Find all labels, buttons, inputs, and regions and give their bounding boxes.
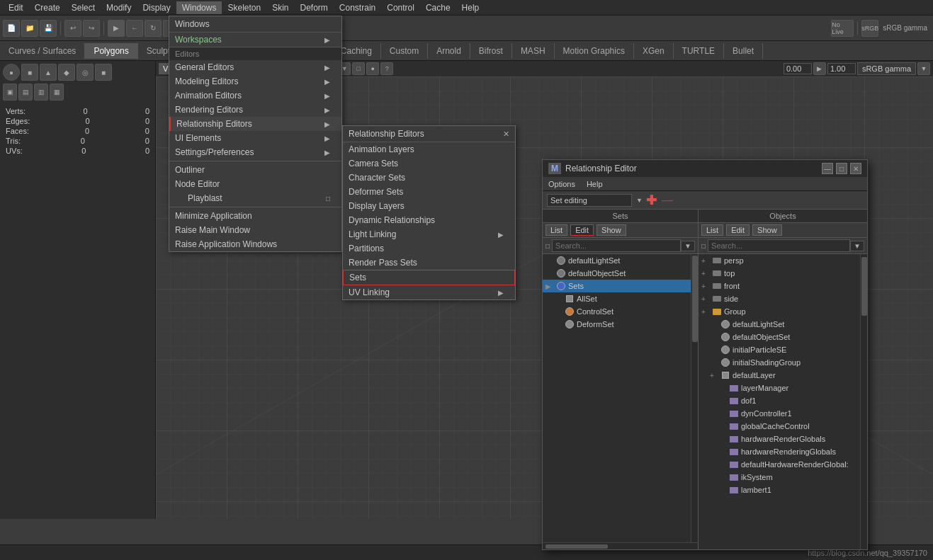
toolbar-undo[interactable]: ↩ [64, 20, 81, 37]
tab-motion-graphics[interactable]: Motion Graphics [555, 43, 634, 59]
menu-rendering-editors[interactable]: Rendering Editors ▶ [169, 103, 341, 117]
sets-list-btn[interactable]: List [545, 224, 567, 236]
rel-submenu-dynamic-relationships[interactable]: Dynamic Relationships [343, 213, 515, 227]
toolbar-open[interactable]: 📁 [21, 20, 38, 37]
tab-custom[interactable]: Custom [381, 43, 428, 59]
obj-defaultLayer[interactable]: + defaultLayer [699, 369, 860, 382]
rel-delete-button[interactable]: — [661, 194, 674, 207]
rel-submenu-character-sets[interactable]: Character Sets [343, 171, 515, 185]
rel-submenu-light-linking[interactable]: Light Linking ▶ [343, 227, 515, 241]
tab-arnold[interactable]: Arnold [428, 43, 470, 59]
tab-polygons[interactable]: Polygons [85, 43, 137, 59]
vp-btn-4[interactable]: ● [366, 62, 379, 75]
vp-arrow[interactable]: ▶ [813, 62, 826, 75]
tab-bullet[interactable]: Bullet [724, 43, 763, 59]
rel-panel-minimize[interactable]: — [822, 163, 833, 174]
obj-defaultObjectSet[interactable]: defaultObjectSet [699, 331, 860, 343]
menu-minimize-app[interactable]: Minimize Application [169, 209, 341, 223]
obj-defaultHardwareRenderGlobal[interactable]: defaultHardwareRenderGlobal: [699, 458, 860, 471]
menu-raise-all[interactable]: Raise Application Windows [169, 237, 341, 251]
objects-show-btn[interactable]: Show [752, 224, 782, 236]
tree-item-defaultObjectSet[interactable]: defaultObjectSet [543, 267, 691, 280]
toolbar-r1[interactable]: No Live [831, 20, 854, 37]
toolbar-new[interactable]: 📄 [3, 20, 20, 37]
objects-list-btn[interactable]: List [701, 224, 723, 236]
objects-edit-btn[interactable]: Edit [726, 224, 750, 236]
vp-btn-3[interactable]: □ [352, 62, 365, 75]
sets-search-dropdown[interactable]: ▼ [681, 241, 695, 251]
menu-display[interactable]: Display [137, 1, 176, 14]
toolbar-select[interactable]: ▶ [108, 20, 125, 37]
obj-persp[interactable]: + persp [699, 254, 860, 267]
vp-btn-5[interactable]: ? [380, 62, 393, 75]
menu-edit[interactable]: Edit [3, 1, 29, 14]
menu-ui-elements[interactable]: UI Elements ▶ [169, 131, 341, 145]
rel-submenu-sets[interactable]: Sets [343, 270, 515, 285]
obj-side[interactable]: + side [699, 292, 860, 305]
obj-ikSystem[interactable]: ikSystem [699, 471, 860, 484]
menu-node-editor[interactable]: Node Editor [169, 177, 341, 191]
sets-hscroll[interactable] [543, 542, 698, 549]
tab-mash[interactable]: MASH [512, 43, 555, 59]
toolbar-r2[interactable]: sRGB [861, 20, 878, 37]
sidebar-icon-4[interactable]: ◆ [58, 64, 75, 81]
tree-item-defaultLightSet[interactable]: defaultLightSet [543, 254, 691, 267]
obj-lambert1[interactable]: lambert1 [699, 484, 860, 496]
menu-create[interactable]: Create [29, 1, 66, 14]
menu-animation-editors[interactable]: Animation Editors ▶ [169, 88, 341, 103]
field-value2[interactable] [827, 63, 856, 74]
menu-constrain[interactable]: Constrain [334, 1, 381, 14]
sidebar-icon-6[interactable]: ■ [95, 64, 112, 81]
rel-submenu-partitions[interactable]: Partitions [343, 241, 515, 256]
rel-submenu-display-layers[interactable]: Display Layers [343, 199, 515, 213]
menu-modify[interactable]: Modify [101, 1, 137, 14]
rel-submenu-close[interactable]: ✕ [503, 130, 509, 139]
obj-defaultLightSet[interactable]: defaultLightSet [699, 318, 860, 331]
objects-scrollbar-thumb[interactable] [861, 257, 867, 316]
toolbar-move[interactable]: ← [126, 20, 143, 37]
sidebar-icon-2[interactable]: ■ [21, 64, 38, 81]
toolbar-save[interactable]: 💾 [40, 20, 57, 37]
tab-turtle[interactable]: TURTLE [674, 43, 724, 59]
rel-submenu-render-pass-sets[interactable]: Render Pass Sets [343, 256, 515, 270]
menu-modeling-editors[interactable]: Modeling Editors ▶ [169, 74, 341, 88]
sidebar-icon-1[interactable]: ● [3, 64, 20, 81]
menu-windows[interactable]: Windows [176, 1, 222, 14]
menu-select[interactable]: Select [66, 1, 101, 14]
objects-scrollbar[interactable] [860, 254, 867, 549]
obj-initialParticleSE[interactable]: initialParticleSE [699, 343, 860, 356]
sets-search-input[interactable] [552, 239, 681, 252]
sets-scrollbar[interactable] [691, 254, 698, 542]
menu-general-editors[interactable]: General Editors ▶ [169, 60, 341, 74]
menu-settings-prefs[interactable]: Settings/Preferences ▶ [169, 145, 341, 159]
rel-panel-maximize[interactable]: □ [836, 163, 847, 174]
tree-item-DeformSet[interactable]: DeformSet [543, 318, 691, 331]
vp-icon-1[interactable]: ▣ [3, 84, 17, 101]
obj-initialShadingGroup[interactable]: initialShadingGroup [699, 356, 860, 369]
menu-skeleton[interactable]: Skeleton [222, 1, 266, 14]
obj-group[interactable]: + Group [699, 305, 860, 318]
menu-raise-main[interactable]: Raise Main Window [169, 223, 341, 237]
obj-hardwareRenderGlobals[interactable]: hardwareRenderGlobals [699, 433, 860, 445]
rel-submenu-animation-layers[interactable]: Animation Layers [343, 142, 515, 156]
sidebar-icon-5[interactable]: ◎ [77, 64, 94, 81]
menu-cache[interactable]: Cache [420, 1, 456, 14]
tree-item-ControlSet[interactable]: ControlSet [543, 305, 691, 318]
vp-icon-4[interactable]: ▦ [50, 84, 64, 101]
obj-top[interactable]: + top [699, 267, 860, 280]
vp-dropdown[interactable]: ▼ [917, 62, 930, 75]
sets-scrollbar-thumb[interactable] [692, 256, 698, 342]
rel-submenu-camera-sets[interactable]: Camera Sets [343, 156, 515, 171]
obj-front[interactable]: + front [699, 280, 860, 292]
rel-add-button[interactable]: ✚ [645, 194, 658, 207]
rel-submenu-uv-linking[interactable]: UV Linking ▶ [343, 285, 515, 299]
rel-submenu-deformer-sets[interactable]: Deformer Sets [343, 185, 515, 199]
tab-xgen[interactable]: XGen [634, 43, 674, 59]
menu-deform[interactable]: Deform [295, 1, 334, 14]
obj-layerManager[interactable]: layerManager [699, 382, 860, 394]
sets-show-btn[interactable]: Show [596, 224, 626, 236]
tab-curves-surfaces[interactable]: Curves / Surfaces [0, 43, 85, 59]
tree-item-sets[interactable]: ▶ Sets [543, 280, 691, 292]
objects-search-input[interactable] [708, 239, 850, 252]
toolbar-rotate[interactable]: ↻ [145, 20, 162, 37]
